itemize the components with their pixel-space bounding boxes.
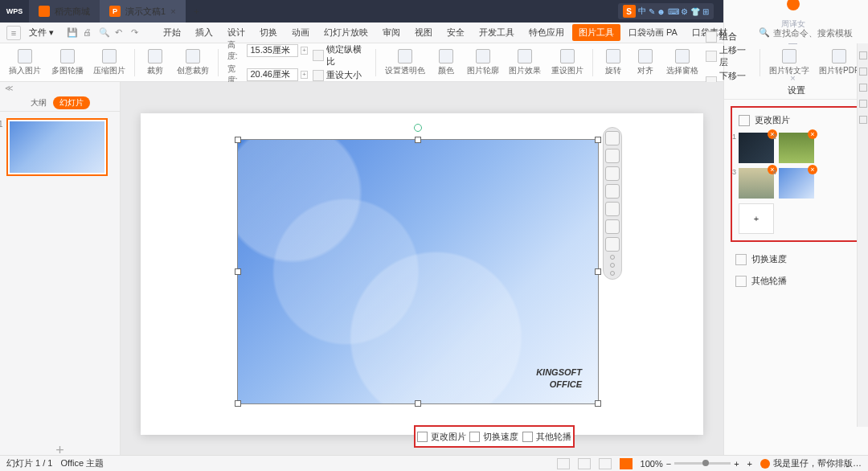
image-thumb-1[interactable]: 1× bbox=[739, 133, 774, 163]
float-effect-icon[interactable] bbox=[605, 219, 620, 234]
tab-view[interactable]: 视图 bbox=[408, 24, 439, 41]
picture-effects-button[interactable]: 图片效果 bbox=[506, 47, 543, 78]
add-tab-button[interactable]: + bbox=[186, 6, 208, 16]
tab-pa-animation[interactable]: 口袋动画 PA bbox=[622, 24, 684, 41]
float-replace-icon[interactable] bbox=[605, 184, 620, 199]
resize-handle-bl[interactable] bbox=[235, 400, 241, 407]
change-image-header[interactable]: 更改图片 bbox=[739, 114, 854, 126]
tab-review[interactable]: 审阅 bbox=[376, 24, 407, 41]
zoom-in-button[interactable]: + bbox=[734, 459, 739, 469]
qat-print-icon[interactable]: 🖨 bbox=[83, 27, 94, 39]
view-reading-button[interactable] bbox=[599, 458, 612, 469]
image-thumb-4[interactable]: 4× bbox=[779, 168, 814, 199]
image-thumb-3[interactable]: 3× bbox=[739, 168, 774, 199]
tab-security[interactable]: 安全 bbox=[440, 24, 471, 41]
tab-picture-tools[interactable]: 图片工具 bbox=[572, 24, 620, 41]
float-dot-1[interactable] bbox=[610, 255, 615, 260]
edge-tool-4[interactable] bbox=[859, 100, 867, 108]
tab-slideshow[interactable]: 幻灯片放映 bbox=[317, 24, 375, 41]
selected-image[interactable]: KINGSOFTOFFICE bbox=[237, 139, 599, 404]
resize-handle-bm[interactable] bbox=[415, 400, 421, 407]
reset-picture-button[interactable]: 重设图片 bbox=[548, 47, 585, 78]
float-zoom-icon[interactable] bbox=[605, 202, 620, 216]
insert-picture-button[interactable]: 插入图片 bbox=[6, 47, 43, 78]
float-rotate-icon[interactable] bbox=[605, 237, 620, 252]
file-menu[interactable]: 文件▾ bbox=[23, 27, 60, 39]
switch-speed-option[interactable]: 切换速度 bbox=[724, 248, 868, 270]
float-dot-2[interactable] bbox=[610, 263, 615, 268]
delete-thumb-2[interactable]: × bbox=[808, 129, 817, 139]
edge-tool-2[interactable] bbox=[859, 68, 867, 76]
compress-picture-button[interactable]: 压缩图片 bbox=[91, 47, 128, 78]
bring-forward-button[interactable]: 上移一层 bbox=[706, 44, 753, 68]
other-carousel-option[interactable]: 其他轮播 bbox=[724, 270, 868, 292]
tab-special[interactable]: 特色应用 bbox=[522, 24, 571, 41]
width-step-up[interactable]: + bbox=[301, 71, 309, 79]
lock-ratio-checkbox[interactable]: 锁定纵横比 bbox=[313, 43, 368, 68]
resize-handle-tl[interactable] bbox=[235, 137, 241, 143]
resize-handle-tr[interactable] bbox=[595, 137, 601, 143]
outline-tab[interactable]: 大纲 bbox=[31, 97, 47, 109]
rotate-handle[interactable] bbox=[414, 124, 422, 132]
float-crop-icon[interactable] bbox=[605, 166, 620, 181]
selection-pane-button[interactable]: 选择窗格 bbox=[664, 47, 701, 78]
view-normal-button[interactable] bbox=[557, 458, 570, 469]
rotate-button[interactable]: 旋转 bbox=[600, 47, 627, 78]
align-button[interactable]: 对齐 bbox=[632, 47, 659, 78]
slides-tab[interactable]: 幻灯片 bbox=[53, 96, 90, 109]
image-thumb-2[interactable]: 2× bbox=[779, 133, 814, 163]
panel-collapse-button[interactable]: ≪ bbox=[0, 82, 120, 94]
qat-undo-icon[interactable]: ↶ bbox=[115, 27, 126, 39]
popup-change-image[interactable]: 更改图片 bbox=[417, 431, 466, 443]
float-collapse-icon[interactable] bbox=[605, 131, 620, 145]
color-button[interactable]: 颜色 bbox=[432, 47, 460, 78]
avatar[interactable] bbox=[787, 0, 800, 10]
popup-switch-speed[interactable]: 切换速度 bbox=[469, 431, 518, 443]
float-layers-icon[interactable] bbox=[605, 149, 620, 163]
qat-redo-icon[interactable]: ↷ bbox=[131, 27, 142, 39]
search-input[interactable] bbox=[773, 28, 862, 38]
float-dot-3[interactable] bbox=[610, 271, 615, 276]
qat-save-icon[interactable]: 💾 bbox=[67, 27, 78, 39]
resize-handle-tm[interactable] bbox=[415, 137, 421, 143]
delete-thumb-4[interactable]: × bbox=[808, 165, 817, 174]
zoom-out-button[interactable]: − bbox=[666, 459, 671, 469]
tab-document[interactable]: P演示文稿1× bbox=[100, 0, 186, 23]
assistant-button[interactable]: 我是里仔，帮你排版… bbox=[760, 457, 862, 469]
tab-mall[interactable]: 稻壳商城 bbox=[29, 0, 100, 23]
slide-thumbnail-1[interactable]: 1 bbox=[6, 118, 108, 176]
popup-other-carousel[interactable]: 其他轮播 bbox=[522, 431, 571, 443]
transparent-color-button[interactable]: 设置透明色 bbox=[383, 47, 428, 78]
add-image-button[interactable]: + bbox=[739, 203, 774, 234]
creative-crop-button[interactable]: 创意裁剪 bbox=[174, 47, 211, 78]
resize-handle-mr[interactable] bbox=[595, 268, 601, 275]
crop-button[interactable]: 裁剪 bbox=[141, 47, 169, 78]
view-sorter-button[interactable] bbox=[578, 458, 591, 469]
tab-insert[interactable]: 插入 bbox=[189, 24, 219, 41]
edge-tool-5[interactable] bbox=[859, 116, 867, 124]
view-slideshow-button[interactable] bbox=[620, 458, 633, 469]
image-to-pdf-button[interactable]: 图片转PDF bbox=[817, 47, 862, 78]
ime-bar[interactable]: S 中 ✎ ☻ ⌨ ⚙ 👕 ⊞ bbox=[618, 3, 714, 19]
zoom-slider[interactable] bbox=[674, 462, 731, 465]
edge-tool-1[interactable] bbox=[859, 51, 867, 59]
ocr-button[interactable]: 图片转文字 bbox=[767, 47, 812, 78]
picture-outline-button[interactable]: 图片轮廓 bbox=[465, 47, 502, 78]
tab-close-icon[interactable]: × bbox=[170, 6, 175, 16]
resize-handle-br[interactable] bbox=[595, 400, 601, 407]
edge-tool-3[interactable] bbox=[859, 84, 867, 92]
resize-handle-ml[interactable] bbox=[235, 268, 241, 275]
height-input[interactable]: 15.35厘米 bbox=[247, 44, 297, 57]
qat-preview-icon[interactable]: 🔍 bbox=[99, 27, 110, 39]
reset-size-button[interactable]: 重设大小 bbox=[313, 69, 368, 81]
height-step-up[interactable]: + bbox=[301, 47, 309, 55]
group-button[interactable]: 组合 bbox=[706, 31, 753, 43]
slide-canvas[interactable]: KINGSOFTOFFICE 更 bbox=[121, 82, 723, 465]
width-input[interactable]: 20.46厘米 bbox=[247, 68, 297, 81]
window-minimize[interactable]: — bbox=[784, 38, 802, 47]
home-icon[interactable]: ≡ bbox=[6, 26, 21, 40]
tab-start[interactable]: 开始 bbox=[157, 24, 187, 41]
zoom-fit-button[interactable]: + bbox=[747, 459, 752, 469]
zoom-knob[interactable] bbox=[702, 460, 709, 466]
multi-carousel-button[interactable]: 多图轮播 bbox=[48, 47, 85, 78]
